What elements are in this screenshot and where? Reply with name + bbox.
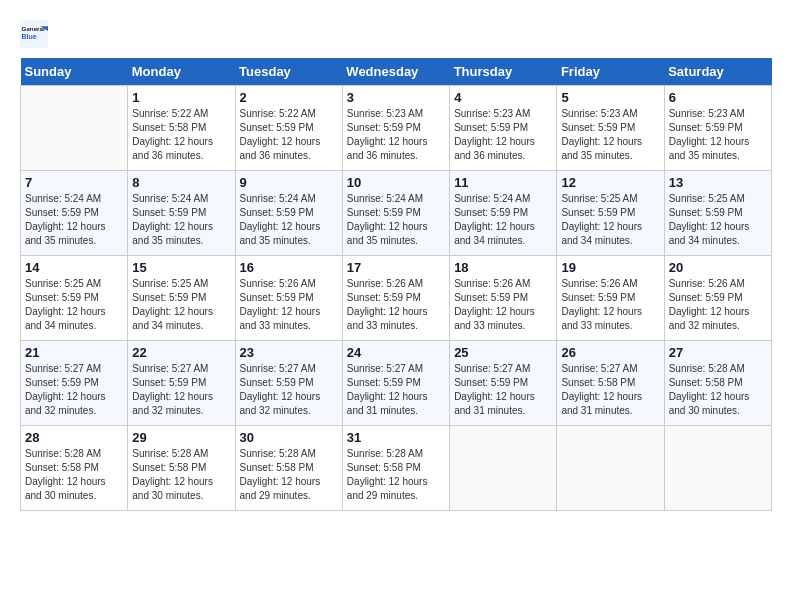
calendar-cell: 8Sunrise: 5:24 AM Sunset: 5:59 PM Daylig… bbox=[128, 171, 235, 256]
calendar-cell bbox=[450, 426, 557, 511]
weekday-header-tuesday: Tuesday bbox=[235, 58, 342, 86]
calendar-cell: 18Sunrise: 5:26 AM Sunset: 5:59 PM Dayli… bbox=[450, 256, 557, 341]
calendar-cell: 27Sunrise: 5:28 AM Sunset: 5:58 PM Dayli… bbox=[664, 341, 771, 426]
day-info: Sunrise: 5:26 AM Sunset: 5:59 PM Dayligh… bbox=[240, 277, 338, 333]
day-info: Sunrise: 5:27 AM Sunset: 5:59 PM Dayligh… bbox=[347, 362, 445, 418]
day-info: Sunrise: 5:23 AM Sunset: 5:59 PM Dayligh… bbox=[454, 107, 552, 163]
calendar-cell: 31Sunrise: 5:28 AM Sunset: 5:58 PM Dayli… bbox=[342, 426, 449, 511]
day-info: Sunrise: 5:25 AM Sunset: 5:59 PM Dayligh… bbox=[25, 277, 123, 333]
weekday-header-thursday: Thursday bbox=[450, 58, 557, 86]
day-number: 15 bbox=[132, 260, 230, 275]
calendar-cell: 3Sunrise: 5:23 AM Sunset: 5:59 PM Daylig… bbox=[342, 86, 449, 171]
calendar-cell: 25Sunrise: 5:27 AM Sunset: 5:59 PM Dayli… bbox=[450, 341, 557, 426]
day-number: 2 bbox=[240, 90, 338, 105]
weekday-header-friday: Friday bbox=[557, 58, 664, 86]
calendar-cell: 7Sunrise: 5:24 AM Sunset: 5:59 PM Daylig… bbox=[21, 171, 128, 256]
calendar-week-row: 28Sunrise: 5:28 AM Sunset: 5:58 PM Dayli… bbox=[21, 426, 772, 511]
calendar-cell: 21Sunrise: 5:27 AM Sunset: 5:59 PM Dayli… bbox=[21, 341, 128, 426]
day-info: Sunrise: 5:27 AM Sunset: 5:59 PM Dayligh… bbox=[25, 362, 123, 418]
calendar-cell: 28Sunrise: 5:28 AM Sunset: 5:58 PM Dayli… bbox=[21, 426, 128, 511]
svg-text:Blue: Blue bbox=[22, 33, 37, 40]
day-info: Sunrise: 5:27 AM Sunset: 5:59 PM Dayligh… bbox=[132, 362, 230, 418]
day-info: Sunrise: 5:25 AM Sunset: 5:59 PM Dayligh… bbox=[669, 192, 767, 248]
day-info: Sunrise: 5:26 AM Sunset: 5:59 PM Dayligh… bbox=[669, 277, 767, 333]
day-number: 23 bbox=[240, 345, 338, 360]
day-info: Sunrise: 5:22 AM Sunset: 5:58 PM Dayligh… bbox=[132, 107, 230, 163]
day-info: Sunrise: 5:22 AM Sunset: 5:59 PM Dayligh… bbox=[240, 107, 338, 163]
day-number: 27 bbox=[669, 345, 767, 360]
calendar-week-row: 1Sunrise: 5:22 AM Sunset: 5:58 PM Daylig… bbox=[21, 86, 772, 171]
calendar-cell: 9Sunrise: 5:24 AM Sunset: 5:59 PM Daylig… bbox=[235, 171, 342, 256]
calendar-cell: 16Sunrise: 5:26 AM Sunset: 5:59 PM Dayli… bbox=[235, 256, 342, 341]
calendar-week-row: 14Sunrise: 5:25 AM Sunset: 5:59 PM Dayli… bbox=[21, 256, 772, 341]
day-number: 19 bbox=[561, 260, 659, 275]
day-info: Sunrise: 5:23 AM Sunset: 5:59 PM Dayligh… bbox=[669, 107, 767, 163]
calendar-cell: 11Sunrise: 5:24 AM Sunset: 5:59 PM Dayli… bbox=[450, 171, 557, 256]
day-number: 11 bbox=[454, 175, 552, 190]
calendar-cell: 24Sunrise: 5:27 AM Sunset: 5:59 PM Dayli… bbox=[342, 341, 449, 426]
day-info: Sunrise: 5:28 AM Sunset: 5:58 PM Dayligh… bbox=[132, 447, 230, 503]
day-number: 26 bbox=[561, 345, 659, 360]
day-info: Sunrise: 5:26 AM Sunset: 5:59 PM Dayligh… bbox=[454, 277, 552, 333]
calendar-cell: 6Sunrise: 5:23 AM Sunset: 5:59 PM Daylig… bbox=[664, 86, 771, 171]
day-number: 8 bbox=[132, 175, 230, 190]
calendar-cell: 4Sunrise: 5:23 AM Sunset: 5:59 PM Daylig… bbox=[450, 86, 557, 171]
calendar-cell: 13Sunrise: 5:25 AM Sunset: 5:59 PM Dayli… bbox=[664, 171, 771, 256]
day-info: Sunrise: 5:24 AM Sunset: 5:59 PM Dayligh… bbox=[347, 192, 445, 248]
day-info: Sunrise: 5:26 AM Sunset: 5:59 PM Dayligh… bbox=[561, 277, 659, 333]
day-info: Sunrise: 5:24 AM Sunset: 5:59 PM Dayligh… bbox=[454, 192, 552, 248]
day-info: Sunrise: 5:28 AM Sunset: 5:58 PM Dayligh… bbox=[240, 447, 338, 503]
calendar-week-row: 21Sunrise: 5:27 AM Sunset: 5:59 PM Dayli… bbox=[21, 341, 772, 426]
calendar-table: SundayMondayTuesdayWednesdayThursdayFrid… bbox=[20, 58, 772, 511]
day-number: 5 bbox=[561, 90, 659, 105]
calendar-cell: 10Sunrise: 5:24 AM Sunset: 5:59 PM Dayli… bbox=[342, 171, 449, 256]
day-number: 17 bbox=[347, 260, 445, 275]
day-number: 1 bbox=[132, 90, 230, 105]
calendar-cell: 1Sunrise: 5:22 AM Sunset: 5:58 PM Daylig… bbox=[128, 86, 235, 171]
day-number: 10 bbox=[347, 175, 445, 190]
calendar-cell: 20Sunrise: 5:26 AM Sunset: 5:59 PM Dayli… bbox=[664, 256, 771, 341]
day-info: Sunrise: 5:26 AM Sunset: 5:59 PM Dayligh… bbox=[347, 277, 445, 333]
day-info: Sunrise: 5:25 AM Sunset: 5:59 PM Dayligh… bbox=[561, 192, 659, 248]
day-info: Sunrise: 5:28 AM Sunset: 5:58 PM Dayligh… bbox=[669, 362, 767, 418]
day-number: 25 bbox=[454, 345, 552, 360]
day-number: 13 bbox=[669, 175, 767, 190]
calendar-cell bbox=[21, 86, 128, 171]
calendar-cell: 2Sunrise: 5:22 AM Sunset: 5:59 PM Daylig… bbox=[235, 86, 342, 171]
day-info: Sunrise: 5:25 AM Sunset: 5:59 PM Dayligh… bbox=[132, 277, 230, 333]
weekday-header-sunday: Sunday bbox=[21, 58, 128, 86]
day-info: Sunrise: 5:23 AM Sunset: 5:59 PM Dayligh… bbox=[347, 107, 445, 163]
day-info: Sunrise: 5:27 AM Sunset: 5:59 PM Dayligh… bbox=[240, 362, 338, 418]
day-number: 7 bbox=[25, 175, 123, 190]
calendar-cell bbox=[664, 426, 771, 511]
day-info: Sunrise: 5:27 AM Sunset: 5:59 PM Dayligh… bbox=[454, 362, 552, 418]
day-number: 31 bbox=[347, 430, 445, 445]
day-info: Sunrise: 5:24 AM Sunset: 5:59 PM Dayligh… bbox=[240, 192, 338, 248]
day-number: 3 bbox=[347, 90, 445, 105]
day-number: 24 bbox=[347, 345, 445, 360]
calendar-cell: 12Sunrise: 5:25 AM Sunset: 5:59 PM Dayli… bbox=[557, 171, 664, 256]
day-info: Sunrise: 5:23 AM Sunset: 5:59 PM Dayligh… bbox=[561, 107, 659, 163]
day-number: 14 bbox=[25, 260, 123, 275]
day-number: 18 bbox=[454, 260, 552, 275]
day-number: 30 bbox=[240, 430, 338, 445]
day-info: Sunrise: 5:27 AM Sunset: 5:58 PM Dayligh… bbox=[561, 362, 659, 418]
day-number: 28 bbox=[25, 430, 123, 445]
calendar-cell: 17Sunrise: 5:26 AM Sunset: 5:59 PM Dayli… bbox=[342, 256, 449, 341]
calendar-cell bbox=[557, 426, 664, 511]
calendar-cell: 15Sunrise: 5:25 AM Sunset: 5:59 PM Dayli… bbox=[128, 256, 235, 341]
calendar-cell: 22Sunrise: 5:27 AM Sunset: 5:59 PM Dayli… bbox=[128, 341, 235, 426]
calendar-cell: 26Sunrise: 5:27 AM Sunset: 5:58 PM Dayli… bbox=[557, 341, 664, 426]
header: General Blue bbox=[20, 20, 772, 48]
day-number: 22 bbox=[132, 345, 230, 360]
day-info: Sunrise: 5:28 AM Sunset: 5:58 PM Dayligh… bbox=[25, 447, 123, 503]
svg-text:General: General bbox=[22, 25, 45, 32]
weekday-header-monday: Monday bbox=[128, 58, 235, 86]
day-number: 4 bbox=[454, 90, 552, 105]
logo: General Blue bbox=[20, 20, 52, 48]
logo-icon: General Blue bbox=[20, 20, 48, 48]
calendar-cell: 23Sunrise: 5:27 AM Sunset: 5:59 PM Dayli… bbox=[235, 341, 342, 426]
day-number: 16 bbox=[240, 260, 338, 275]
day-number: 12 bbox=[561, 175, 659, 190]
calendar-cell: 5Sunrise: 5:23 AM Sunset: 5:59 PM Daylig… bbox=[557, 86, 664, 171]
